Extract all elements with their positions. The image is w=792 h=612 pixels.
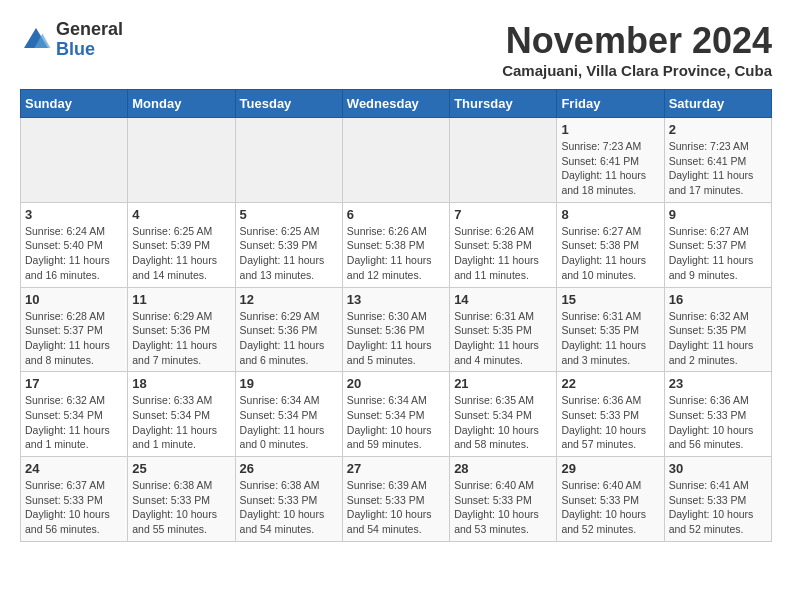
day-info: Sunrise: 6:29 AM Sunset: 5:36 PM Dayligh… — [132, 309, 230, 368]
day-cell: 19Sunrise: 6:34 AM Sunset: 5:34 PM Dayli… — [235, 372, 342, 457]
logo-icon — [20, 24, 52, 56]
day-number: 4 — [132, 207, 230, 222]
day-cell — [128, 118, 235, 203]
calendar-header: Sunday Monday Tuesday Wednesday Thursday… — [21, 90, 772, 118]
weekday-row: Sunday Monday Tuesday Wednesday Thursday… — [21, 90, 772, 118]
week-row-5: 24Sunrise: 6:37 AM Sunset: 5:33 PM Dayli… — [21, 457, 772, 542]
day-cell: 25Sunrise: 6:38 AM Sunset: 5:33 PM Dayli… — [128, 457, 235, 542]
day-number: 12 — [240, 292, 338, 307]
day-cell: 6Sunrise: 6:26 AM Sunset: 5:38 PM Daylig… — [342, 202, 449, 287]
col-thursday: Thursday — [450, 90, 557, 118]
day-info: Sunrise: 6:26 AM Sunset: 5:38 PM Dayligh… — [454, 224, 552, 283]
day-number: 8 — [561, 207, 659, 222]
col-friday: Friday — [557, 90, 664, 118]
day-cell: 1Sunrise: 7:23 AM Sunset: 6:41 PM Daylig… — [557, 118, 664, 203]
day-cell: 23Sunrise: 6:36 AM Sunset: 5:33 PM Dayli… — [664, 372, 771, 457]
location-subtitle: Camajuani, Villa Clara Province, Cuba — [502, 62, 772, 79]
day-number: 20 — [347, 376, 445, 391]
col-monday: Monday — [128, 90, 235, 118]
day-number: 5 — [240, 207, 338, 222]
week-row-2: 3Sunrise: 6:24 AM Sunset: 5:40 PM Daylig… — [21, 202, 772, 287]
day-cell: 4Sunrise: 6:25 AM Sunset: 5:39 PM Daylig… — [128, 202, 235, 287]
day-info: Sunrise: 6:30 AM Sunset: 5:36 PM Dayligh… — [347, 309, 445, 368]
day-cell: 10Sunrise: 6:28 AM Sunset: 5:37 PM Dayli… — [21, 287, 128, 372]
day-cell: 17Sunrise: 6:32 AM Sunset: 5:34 PM Dayli… — [21, 372, 128, 457]
day-info: Sunrise: 6:39 AM Sunset: 5:33 PM Dayligh… — [347, 478, 445, 537]
day-info: Sunrise: 6:36 AM Sunset: 5:33 PM Dayligh… — [561, 393, 659, 452]
day-cell: 18Sunrise: 6:33 AM Sunset: 5:34 PM Dayli… — [128, 372, 235, 457]
day-cell: 2Sunrise: 7:23 AM Sunset: 6:41 PM Daylig… — [664, 118, 771, 203]
day-cell — [21, 118, 128, 203]
day-cell: 9Sunrise: 6:27 AM Sunset: 5:37 PM Daylig… — [664, 202, 771, 287]
day-cell: 12Sunrise: 6:29 AM Sunset: 5:36 PM Dayli… — [235, 287, 342, 372]
day-number: 21 — [454, 376, 552, 391]
col-saturday: Saturday — [664, 90, 771, 118]
day-info: Sunrise: 6:36 AM Sunset: 5:33 PM Dayligh… — [669, 393, 767, 452]
day-info: Sunrise: 6:27 AM Sunset: 5:37 PM Dayligh… — [669, 224, 767, 283]
day-cell: 29Sunrise: 6:40 AM Sunset: 5:33 PM Dayli… — [557, 457, 664, 542]
calendar-table: Sunday Monday Tuesday Wednesday Thursday… — [20, 89, 772, 542]
day-info: Sunrise: 6:38 AM Sunset: 5:33 PM Dayligh… — [240, 478, 338, 537]
day-info: Sunrise: 6:25 AM Sunset: 5:39 PM Dayligh… — [240, 224, 338, 283]
day-info: Sunrise: 6:26 AM Sunset: 5:38 PM Dayligh… — [347, 224, 445, 283]
day-info: Sunrise: 6:32 AM Sunset: 5:35 PM Dayligh… — [669, 309, 767, 368]
day-cell: 21Sunrise: 6:35 AM Sunset: 5:34 PM Dayli… — [450, 372, 557, 457]
header: General Blue November 2024 Camajuani, Vi… — [20, 20, 772, 79]
day-info: Sunrise: 6:25 AM Sunset: 5:39 PM Dayligh… — [132, 224, 230, 283]
day-cell: 8Sunrise: 6:27 AM Sunset: 5:38 PM Daylig… — [557, 202, 664, 287]
title-area: November 2024 Camajuani, Villa Clara Pro… — [502, 20, 772, 79]
day-info: Sunrise: 6:28 AM Sunset: 5:37 PM Dayligh… — [25, 309, 123, 368]
day-info: Sunrise: 6:34 AM Sunset: 5:34 PM Dayligh… — [347, 393, 445, 452]
day-info: Sunrise: 7:23 AM Sunset: 6:41 PM Dayligh… — [669, 139, 767, 198]
day-cell — [235, 118, 342, 203]
day-number: 9 — [669, 207, 767, 222]
day-number: 24 — [25, 461, 123, 476]
day-number: 13 — [347, 292, 445, 307]
day-info: Sunrise: 6:24 AM Sunset: 5:40 PM Dayligh… — [25, 224, 123, 283]
day-cell — [342, 118, 449, 203]
week-row-4: 17Sunrise: 6:32 AM Sunset: 5:34 PM Dayli… — [21, 372, 772, 457]
day-cell: 7Sunrise: 6:26 AM Sunset: 5:38 PM Daylig… — [450, 202, 557, 287]
day-number: 26 — [240, 461, 338, 476]
day-number: 2 — [669, 122, 767, 137]
day-number: 19 — [240, 376, 338, 391]
col-tuesday: Tuesday — [235, 90, 342, 118]
day-info: Sunrise: 6:29 AM Sunset: 5:36 PM Dayligh… — [240, 309, 338, 368]
day-cell: 11Sunrise: 6:29 AM Sunset: 5:36 PM Dayli… — [128, 287, 235, 372]
col-sunday: Sunday — [21, 90, 128, 118]
day-number: 6 — [347, 207, 445, 222]
day-cell: 14Sunrise: 6:31 AM Sunset: 5:35 PM Dayli… — [450, 287, 557, 372]
week-row-3: 10Sunrise: 6:28 AM Sunset: 5:37 PM Dayli… — [21, 287, 772, 372]
day-info: Sunrise: 6:40 AM Sunset: 5:33 PM Dayligh… — [454, 478, 552, 537]
day-cell: 28Sunrise: 6:40 AM Sunset: 5:33 PM Dayli… — [450, 457, 557, 542]
day-number: 17 — [25, 376, 123, 391]
day-number: 28 — [454, 461, 552, 476]
logo-general-text: General — [56, 20, 123, 40]
day-info: Sunrise: 6:32 AM Sunset: 5:34 PM Dayligh… — [25, 393, 123, 452]
day-info: Sunrise: 6:27 AM Sunset: 5:38 PM Dayligh… — [561, 224, 659, 283]
day-cell: 15Sunrise: 6:31 AM Sunset: 5:35 PM Dayli… — [557, 287, 664, 372]
day-number: 29 — [561, 461, 659, 476]
day-info: Sunrise: 6:33 AM Sunset: 5:34 PM Dayligh… — [132, 393, 230, 452]
day-number: 25 — [132, 461, 230, 476]
day-cell — [450, 118, 557, 203]
month-title: November 2024 — [502, 20, 772, 62]
day-info: Sunrise: 6:37 AM Sunset: 5:33 PM Dayligh… — [25, 478, 123, 537]
day-cell: 16Sunrise: 6:32 AM Sunset: 5:35 PM Dayli… — [664, 287, 771, 372]
day-number: 1 — [561, 122, 659, 137]
day-number: 10 — [25, 292, 123, 307]
day-number: 7 — [454, 207, 552, 222]
day-info: Sunrise: 6:31 AM Sunset: 5:35 PM Dayligh… — [454, 309, 552, 368]
day-cell: 20Sunrise: 6:34 AM Sunset: 5:34 PM Dayli… — [342, 372, 449, 457]
col-wednesday: Wednesday — [342, 90, 449, 118]
day-cell: 26Sunrise: 6:38 AM Sunset: 5:33 PM Dayli… — [235, 457, 342, 542]
day-cell: 3Sunrise: 6:24 AM Sunset: 5:40 PM Daylig… — [21, 202, 128, 287]
day-number: 15 — [561, 292, 659, 307]
day-number: 30 — [669, 461, 767, 476]
day-info: Sunrise: 6:34 AM Sunset: 5:34 PM Dayligh… — [240, 393, 338, 452]
day-cell: 5Sunrise: 6:25 AM Sunset: 5:39 PM Daylig… — [235, 202, 342, 287]
day-cell: 30Sunrise: 6:41 AM Sunset: 5:33 PM Dayli… — [664, 457, 771, 542]
day-number: 18 — [132, 376, 230, 391]
day-cell: 27Sunrise: 6:39 AM Sunset: 5:33 PM Dayli… — [342, 457, 449, 542]
week-row-1: 1Sunrise: 7:23 AM Sunset: 6:41 PM Daylig… — [21, 118, 772, 203]
